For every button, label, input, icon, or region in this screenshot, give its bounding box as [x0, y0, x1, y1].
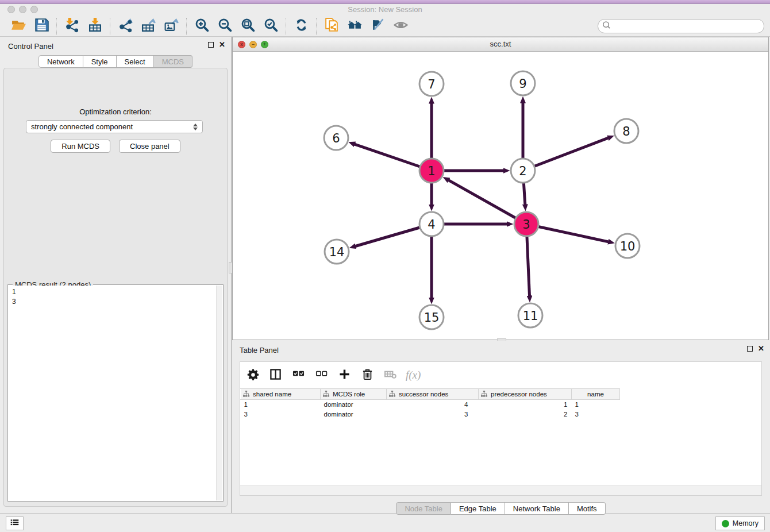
- zoom-fit-content-button[interactable]: [238, 18, 257, 35]
- memory-button[interactable]: Memory: [715, 516, 765, 530]
- criterion-dropdown-value: strongly connected component: [31, 122, 193, 131]
- export-table-button[interactable]: [139, 18, 157, 35]
- window-top-accent: [0, 0, 770, 4]
- node-3[interactable]: 3: [514, 212, 538, 236]
- tab-select[interactable]: Select: [117, 55, 154, 68]
- node-label: 1: [428, 164, 435, 178]
- save-session-button[interactable]: [32, 18, 51, 35]
- mcds-result-group: MCDS result (2 nodes) 13: [7, 284, 224, 502]
- node-6[interactable]: 6: [324, 126, 348, 150]
- node-8[interactable]: 8: [614, 119, 638, 143]
- import-network-from-file-button[interactable]: [63, 18, 81, 35]
- column-header-shared-name[interactable]: shared name: [241, 389, 321, 400]
- float-panel-icon[interactable]: [208, 42, 214, 48]
- tab-node-table[interactable]: Node Table: [396, 502, 451, 515]
- criterion-dropdown[interactable]: strongly connected component: [26, 120, 203, 133]
- control-panel-title: Control Panel: [8, 42, 53, 51]
- search-box[interactable]: [598, 19, 764, 33]
- node-15[interactable]: 15: [419, 305, 444, 329]
- node-label: 2: [519, 164, 526, 178]
- node-9[interactable]: 9: [511, 71, 535, 95]
- close-table-panel-icon[interactable]: ✕: [758, 346, 764, 352]
- network-window-title: scc.txt: [233, 40, 768, 48]
- node-4[interactable]: 4: [419, 212, 444, 236]
- tab-mcds[interactable]: MCDS: [154, 55, 192, 68]
- node-14[interactable]: 14: [325, 240, 349, 264]
- close-panel-icon[interactable]: ✕: [219, 42, 225, 48]
- tab-motifs[interactable]: Motifs: [569, 502, 606, 515]
- mcds-result-line: 3: [12, 297, 219, 307]
- network-from-file-button[interactable]: [322, 18, 341, 35]
- zoom-selected-region-icon: [263, 17, 279, 35]
- open-session-icon: [11, 17, 26, 35]
- create-column-button[interactable]: [337, 368, 352, 383]
- dropdown-spinner-icon: [193, 124, 198, 130]
- edge-3-1[interactable]: [449, 180, 526, 224]
- apply-preferred-layout-button[interactable]: [292, 18, 310, 35]
- delete-column-button[interactable]: [360, 368, 375, 383]
- run-mcds-button[interactable]: Run MCDS: [51, 140, 110, 153]
- select-all-rows-button[interactable]: [291, 368, 306, 383]
- status-bar: Memory: [0, 513, 770, 532]
- toggle-graphics-details-button[interactable]: [368, 18, 387, 35]
- column-header-successor-nodes[interactable]: successor nodes: [387, 389, 479, 400]
- search-input[interactable]: [613, 22, 757, 30]
- close-panel-button[interactable]: Close panel: [119, 140, 180, 153]
- deselect-all-rows-button[interactable]: [314, 368, 329, 383]
- column-header-MCDS-role[interactable]: MCDS role: [321, 389, 387, 400]
- toggle-columns-button[interactable]: [268, 368, 283, 383]
- node-label: 7: [428, 78, 435, 91]
- node-label: 9: [519, 77, 526, 91]
- node-table[interactable]: shared nameMCDS rolesuccessor nodesprede…: [240, 388, 620, 419]
- function-builder-icon: f(x): [406, 369, 421, 381]
- window-title: Session: New Session: [0, 5, 770, 14]
- import-table-from-file-button[interactable]: [86, 18, 104, 35]
- show-birds-eye-view-button[interactable]: [391, 18, 410, 35]
- export-image-button[interactable]: [162, 18, 180, 35]
- import-network-from-file-icon: [64, 17, 80, 35]
- network-canvas[interactable]: 1234678910111415: [233, 52, 768, 340]
- mcds-result-text[interactable]: 13: [9, 286, 222, 500]
- main-toolbar: [0, 16, 770, 37]
- node-label: 4: [428, 218, 435, 232]
- task-list-icon: [10, 518, 20, 530]
- table-settings-icon: [247, 368, 259, 383]
- export-image-icon: [164, 17, 179, 35]
- node-2[interactable]: 2: [511, 159, 535, 183]
- zoom-selected-region-button[interactable]: [261, 18, 280, 35]
- column-header-predecessor-nodes[interactable]: predecessor nodes: [479, 389, 572, 400]
- tab-network[interactable]: Network: [38, 55, 83, 68]
- zoom-in-button[interactable]: [192, 18, 211, 35]
- node-label: 15: [424, 311, 440, 325]
- toggle-columns-icon: [270, 368, 282, 383]
- first-neighbors-button[interactable]: [345, 18, 364, 35]
- table-horizontal-scrollbar[interactable]: [240, 485, 761, 495]
- task-history-button[interactable]: [6, 516, 24, 530]
- optimization-criterion-label: Optimization criterion:: [4, 107, 227, 116]
- table-settings-button[interactable]: [245, 368, 260, 383]
- delete-table-button: [383, 368, 398, 383]
- edge-2-8[interactable]: [523, 138, 608, 171]
- control-panel-tabs: NetworkStyleSelectMCDS: [0, 55, 231, 68]
- search-icon: [602, 21, 611, 32]
- table-row[interactable]: 3dominator323: [241, 410, 620, 419]
- export-network-button[interactable]: [116, 18, 134, 35]
- network-view-window: x – + scc.txt 1234678910111415: [232, 37, 769, 340]
- node-10[interactable]: 10: [615, 234, 640, 258]
- float-table-panel-icon[interactable]: [747, 346, 753, 352]
- result-scrollbar[interactable]: [216, 286, 222, 500]
- network-window-titlebar[interactable]: x – + scc.txt: [233, 37, 768, 52]
- node-label: 11: [523, 309, 538, 323]
- column-header-name[interactable]: name: [572, 389, 620, 400]
- node-1[interactable]: 1: [419, 159, 444, 183]
- tab-edge-table[interactable]: Edge Table: [451, 502, 505, 515]
- tab-style[interactable]: Style: [83, 55, 117, 68]
- tab-network-table[interactable]: Network Table: [505, 502, 569, 515]
- deselect-all-rows-icon: [315, 368, 328, 383]
- table-row[interactable]: 1dominator411: [241, 400, 620, 410]
- open-session-button[interactable]: [9, 18, 28, 35]
- node-7[interactable]: 7: [419, 72, 444, 96]
- network-graph[interactable]: 1234678910111415: [233, 52, 768, 340]
- node-11[interactable]: 11: [518, 303, 542, 327]
- zoom-out-button[interactable]: [215, 18, 234, 35]
